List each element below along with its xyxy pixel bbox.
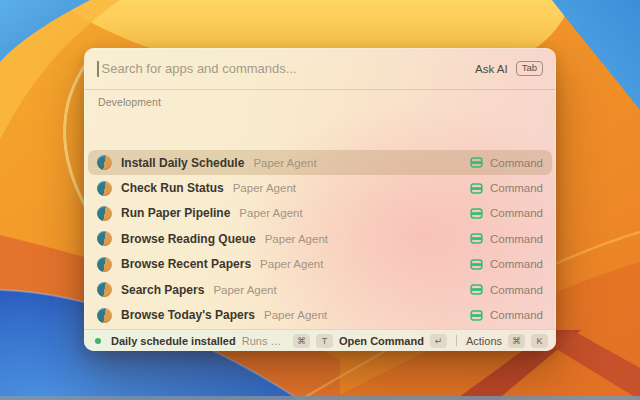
list-item-accessories: Command xyxy=(470,258,543,271)
ask-ai-button[interactable]: Ask AI xyxy=(475,63,508,75)
text-caret xyxy=(97,61,99,77)
paper-agent-app-icon xyxy=(97,155,112,170)
command-type-icon xyxy=(470,182,483,195)
list-item-type-label: Command xyxy=(490,233,543,245)
command-type-icon xyxy=(470,258,483,271)
paper-agent-app-icon xyxy=(97,308,112,323)
list-item-accessories: Command xyxy=(470,156,543,169)
list-item-title: Install Daily Schedule xyxy=(121,156,244,170)
toast-detail: Runs at 04:00 and catches u... xyxy=(242,335,287,347)
list-item-type-label: Command xyxy=(490,157,543,169)
toast-shortcut-t-key: T xyxy=(316,334,333,348)
list-item-type-label: Command xyxy=(490,258,543,270)
section-header-development: Development xyxy=(84,90,556,112)
list-item-accessories: Command xyxy=(470,232,543,245)
actions-button[interactable]: Actions xyxy=(466,335,502,347)
search-input[interactable]: Search for apps and commands... Ask AI T… xyxy=(84,48,556,90)
command-type-icon xyxy=(470,207,483,220)
list-item-title: Run Paper Pipeline xyxy=(121,206,230,220)
actions-shortcut-k-key: K xyxy=(531,334,548,348)
list-item[interactable]: Search Papers Paper Agent Command xyxy=(88,277,552,302)
list-item-accessories: Command xyxy=(470,182,543,195)
list-item-subtitle: Paper Agent xyxy=(233,182,296,194)
list-item-subtitle: Paper Agent xyxy=(264,309,327,321)
list-item-accessories: Command xyxy=(470,207,543,220)
list-item-accessories: Command xyxy=(470,283,543,296)
tab-key-badge: Tab xyxy=(516,61,543,76)
status-bar: Daily schedule installed Runs at 04:00 a… xyxy=(84,329,556,351)
command-list: Install Daily Schedule Paper Agent Comma… xyxy=(84,150,556,329)
list-item-title: Browse Recent Papers xyxy=(121,257,251,271)
list-item-title: Search Papers xyxy=(121,283,204,297)
status-bar-divider xyxy=(456,335,457,346)
enter-key-badge: ↵ xyxy=(430,334,447,348)
list-item[interactable]: Browse Reading Queue Paper Agent Command xyxy=(88,226,552,251)
command-type-icon xyxy=(470,309,483,322)
list-item-accessories: Command xyxy=(470,309,543,322)
list-item-title: Browse Today's Papers xyxy=(121,308,255,322)
list-item-title: Check Run Status xyxy=(121,181,224,195)
paper-agent-app-icon xyxy=(97,181,112,196)
paper-agent-app-icon xyxy=(97,282,112,297)
list-item-subtitle: Paper Agent xyxy=(260,258,323,270)
toast-title: Daily schedule installed xyxy=(111,335,236,347)
list-item[interactable]: Check Run Status Paper Agent Command xyxy=(88,175,552,200)
open-command-button[interactable]: Open Command xyxy=(339,335,424,347)
list-item-subtitle: Paper Agent xyxy=(265,233,328,245)
list-item-type-label: Command xyxy=(490,207,543,219)
list-item-type-label: Command xyxy=(490,284,543,296)
list-item-type-label: Command xyxy=(490,182,543,194)
command-type-icon xyxy=(470,283,483,296)
actions-shortcut-cmd-key: ⌘ xyxy=(508,334,525,348)
list-item[interactable]: Install Daily Schedule Paper Agent Comma… xyxy=(88,150,552,175)
paper-agent-app-icon xyxy=(97,257,112,272)
paper-agent-app-icon xyxy=(97,231,112,246)
list-item-title: Browse Reading Queue xyxy=(121,232,256,246)
toast-shortcut-cmd-key: ⌘ xyxy=(293,334,310,348)
list-item[interactable]: Run Paper Pipeline Paper Agent Command xyxy=(88,201,552,226)
list-item[interactable]: Browse Recent Papers Paper Agent Command xyxy=(88,252,552,277)
launcher-window: Search for apps and commands... Ask AI T… xyxy=(84,48,556,351)
list-item[interactable]: Browse Today's Papers Paper Agent Comman… xyxy=(88,302,552,327)
list-item-subtitle: Paper Agent xyxy=(239,207,302,219)
toast-success-dot-icon xyxy=(95,338,101,344)
command-type-icon xyxy=(470,232,483,245)
list-item-subtitle: Paper Agent xyxy=(253,157,316,169)
command-type-icon xyxy=(470,156,483,169)
list-item-subtitle: Paper Agent xyxy=(213,284,276,296)
paper-agent-app-icon xyxy=(97,206,112,221)
list-item-type-label: Command xyxy=(490,309,543,321)
search-placeholder: Search for apps and commands... xyxy=(102,61,476,76)
